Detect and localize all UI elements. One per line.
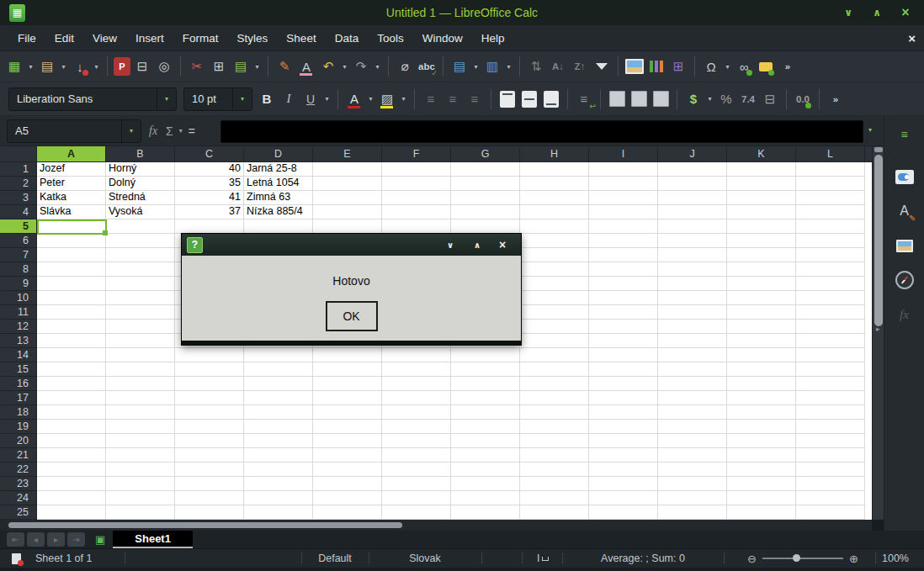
- export-pdf-icon[interactable]: P: [114, 57, 130, 76]
- cell-G23[interactable]: [451, 477, 520, 491]
- bold-button[interactable]: B: [257, 87, 277, 111]
- cell-H22[interactable]: [520, 463, 589, 477]
- highlight-color-button[interactable]: ▨: [377, 87, 397, 111]
- row-header-3[interactable]: 3: [0, 191, 37, 205]
- font-size-dropdown[interactable]: ▾: [232, 88, 252, 110]
- insert-image-icon[interactable]: [624, 55, 645, 78]
- cell-I18[interactable]: [589, 405, 658, 420]
- cell-E4[interactable]: [313, 205, 382, 219]
- cell-G25[interactable]: [451, 505, 520, 520]
- cell-J4[interactable]: [658, 205, 727, 219]
- insert-hyperlink-icon[interactable]: ∞: [734, 55, 754, 78]
- cell-K15[interactable]: [727, 362, 796, 377]
- cell-H9[interactable]: [520, 277, 589, 291]
- cell-B15[interactable]: [106, 362, 175, 377]
- cell-F18[interactable]: [382, 405, 451, 420]
- cell-H25[interactable]: [520, 505, 589, 520]
- insert-row-icon[interactable]: ▤: [449, 55, 470, 78]
- toolbar-overflow-button[interactable]: »: [778, 55, 798, 78]
- cell-J15[interactable]: [658, 362, 727, 377]
- find-replace-icon[interactable]: ⌀: [395, 55, 415, 78]
- cell-F23[interactable]: [382, 477, 451, 491]
- cell-B9[interactable]: [106, 277, 175, 291]
- cell-I1[interactable]: [589, 162, 658, 177]
- gallery-icon[interactable]: [895, 234, 915, 257]
- sort-descending-icon[interactable]: Z↑: [570, 55, 590, 78]
- cell-D2[interactable]: Letná 1054: [244, 177, 313, 191]
- function-wizard-icon[interactable]: fx: [149, 124, 157, 138]
- cell-I25[interactable]: [589, 505, 658, 520]
- cell-H15[interactable]: [520, 362, 589, 377]
- font-size-combobox[interactable]: 10 pt ▾: [183, 87, 252, 111]
- row-header-2[interactable]: 2: [0, 177, 37, 191]
- cell-L11[interactable]: [796, 305, 865, 320]
- cell-K19[interactable]: [727, 420, 796, 434]
- row-header-10[interactable]: 10: [0, 291, 37, 305]
- cell-G2[interactable]: [451, 177, 520, 191]
- menu-edit[interactable]: Edit: [45, 25, 83, 50]
- vertical-scrollbar[interactable]: [872, 146, 884, 520]
- cell-E18[interactable]: [313, 405, 382, 420]
- functions-icon[interactable]: fx: [895, 303, 915, 326]
- cell-F24[interactable]: [382, 491, 451, 505]
- cell-A24[interactable]: [37, 491, 106, 505]
- cell-D20[interactable]: [244, 434, 313, 448]
- print-icon[interactable]: ⊟: [132, 55, 152, 78]
- dialog-titlebar[interactable]: ? ∨ ∧ ×: [182, 234, 521, 256]
- zoom-level[interactable]: 100%: [882, 549, 909, 568]
- cell-H11[interactable]: [520, 305, 589, 320]
- font-color-dropdown[interactable]: ▾: [366, 87, 375, 111]
- cell-G4[interactable]: [451, 205, 520, 219]
- cell-J13[interactable]: [658, 334, 727, 348]
- zoom-out-button[interactable]: ⊖: [747, 552, 757, 565]
- cell-C22[interactable]: [175, 463, 244, 477]
- dialog-close-button[interactable]: ×: [492, 234, 512, 256]
- row-header-14[interactable]: 14: [0, 348, 37, 362]
- cell-H17[interactable]: [520, 391, 589, 405]
- cell-L12[interactable]: [796, 320, 865, 334]
- cell-D19[interactable]: [244, 420, 313, 434]
- cell-A1[interactable]: Jozef: [37, 162, 106, 177]
- sum-dropdown[interactable]: ▾: [179, 127, 183, 135]
- menu-sheet[interactable]: Sheet: [277, 25, 325, 50]
- cell-B18[interactable]: [106, 405, 175, 420]
- cell-G17[interactable]: [451, 391, 520, 405]
- cell-E2[interactable]: [313, 177, 382, 191]
- cell-K10[interactable]: [727, 291, 796, 305]
- cell-I19[interactable]: [589, 420, 658, 434]
- cell-C25[interactable]: [175, 505, 244, 520]
- cell-E15[interactable]: [313, 362, 382, 377]
- cell-D21[interactable]: [244, 448, 313, 463]
- sheet-tab-sheet1[interactable]: Sheet1: [113, 531, 193, 548]
- cell-A21[interactable]: [37, 448, 106, 463]
- paste-dropdown[interactable]: ▾: [252, 55, 262, 78]
- cell-I17[interactable]: [589, 391, 658, 405]
- cell-J21[interactable]: [658, 448, 727, 463]
- cell-E3[interactable]: [313, 191, 382, 205]
- cell-E14[interactable]: [313, 348, 382, 362]
- cell-K21[interactable]: [727, 448, 796, 463]
- cell-K17[interactable]: [727, 391, 796, 405]
- wrap-text-icon[interactable]: ≡: [574, 87, 594, 111]
- cell-H7[interactable]: [520, 248, 589, 262]
- cell-I13[interactable]: [589, 334, 658, 348]
- fill-handle[interactable]: [103, 230, 108, 235]
- cell-I14[interactable]: [589, 348, 658, 362]
- cell-K14[interactable]: [727, 348, 796, 362]
- cell-K25[interactable]: [727, 505, 796, 520]
- navigator-icon[interactable]: [895, 268, 915, 292]
- cell-J18[interactable]: [658, 405, 727, 420]
- cell-F25[interactable]: [382, 505, 451, 520]
- cell-F20[interactable]: [382, 434, 451, 448]
- row-header-16[interactable]: 16: [0, 377, 37, 391]
- menu-file[interactable]: File: [8, 25, 45, 50]
- dialog-shade-button[interactable]: ∨: [440, 234, 460, 256]
- insert-chart-icon[interactable]: [646, 55, 666, 78]
- merge-cells-icon[interactable]: [629, 87, 649, 111]
- cell-A9[interactable]: [37, 277, 106, 291]
- cell-K4[interactable]: [727, 205, 796, 219]
- cell-J9[interactable]: [658, 277, 727, 291]
- cell-J8[interactable]: [658, 262, 727, 277]
- formula-input[interactable]: [220, 120, 863, 143]
- cell-L21[interactable]: [796, 448, 865, 463]
